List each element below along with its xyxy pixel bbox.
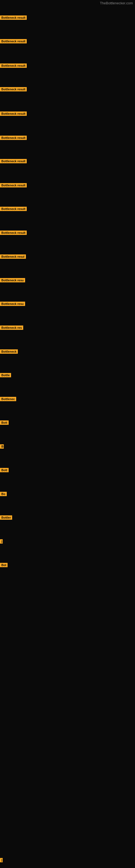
bottleneck-badge-text-13: Bottleneck resu	[0, 302, 25, 306]
bottleneck-badge-3: Bottleneck result	[0, 63, 27, 69]
bottleneck-badge-18: Bott	[0, 421, 9, 426]
bottleneck-badge-text-11: Bottleneck resul	[0, 254, 26, 259]
bottleneck-badge-15: Bottleneck	[0, 349, 18, 355]
bottleneck-badge-text-17: Bottlenec	[0, 397, 16, 401]
bottleneck-badge-22: Bottler	[0, 516, 12, 521]
bottleneck-badge-text-9: Bottleneck result	[0, 207, 27, 211]
bottleneck-badge-text-2: Bottleneck result	[0, 39, 27, 43]
bottleneck-badge-text-6: Bottleneck result	[0, 135, 27, 140]
bottleneck-badge-text-20: Bott	[0, 468, 9, 472]
bottleneck-badge-24: Bot	[0, 563, 8, 568]
bottleneck-badge-text-1: Bottleneck result	[0, 16, 27, 20]
bottleneck-badge-7: Bottleneck result	[0, 159, 27, 164]
bottleneck-badge-21: Bo	[0, 492, 7, 497]
bottleneck-badge-text-4: Bottleneck result	[0, 87, 27, 91]
bottleneck-badge-16: Bottle	[0, 373, 11, 378]
bottleneck-badge-text-18: Bott	[0, 421, 9, 425]
bottleneck-badge-text-8: Bottleneck result	[0, 183, 27, 187]
bottleneck-badge-19: B	[0, 444, 4, 450]
bottleneck-badge-text-22: Bottler	[0, 516, 12, 520]
bottleneck-badge-text-24: Bot	[0, 563, 8, 567]
bottleneck-badge-5: Bottleneck result	[0, 112, 27, 117]
bottleneck-badge-text-19: B	[0, 444, 4, 448]
bottleneck-badge-10: Bottleneck result	[0, 230, 27, 236]
bottleneck-badge-12: Bottleneck resu	[0, 278, 25, 283]
bottleneck-badge-text-7: Bottleneck result	[0, 159, 27, 163]
bottleneck-badge-text-16: Bottle	[0, 373, 11, 377]
bottleneck-badge-11: Bottleneck resul	[0, 254, 26, 260]
bottleneck-badge-text-25: |	[0, 858, 3, 862]
bottleneck-badge-text-15: Bottleneck	[0, 349, 18, 354]
bottleneck-badge-13: Bottleneck resu	[0, 302, 25, 307]
bottleneck-badge-text-10: Bottleneck result	[0, 230, 27, 235]
bottleneck-badge-4: Bottleneck result	[0, 87, 27, 93]
site-title: TheBottlenecker.com	[100, 0, 135, 6]
bottleneck-badge-text-3: Bottleneck result	[0, 63, 27, 68]
bottleneck-badge-17: Bottlenec	[0, 397, 16, 402]
bottleneck-badge-text-12: Bottleneck resu	[0, 278, 25, 282]
bottleneck-badge-text-14: Bottleneck res	[0, 326, 23, 330]
bottleneck-badge-23: |	[0, 539, 3, 545]
bottleneck-badge-text-23: |	[0, 539, 3, 544]
bottleneck-badge-1: Bottleneck result	[0, 16, 27, 21]
bottleneck-badge-8: Bottleneck result	[0, 183, 27, 188]
bottleneck-badge-2: Bottleneck result	[0, 39, 27, 44]
bottleneck-badge-9: Bottleneck result	[0, 207, 27, 212]
bottleneck-badge-20: Bott	[0, 468, 9, 473]
bottleneck-badge-6: Bottleneck result	[0, 135, 27, 141]
bottleneck-badge-14: Bottleneck res	[0, 326, 23, 331]
bottleneck-badge-text-5: Bottleneck result	[0, 112, 27, 116]
bottleneck-badge-25: |	[0, 858, 3, 863]
bottleneck-badge-text-21: Bo	[0, 492, 7, 496]
